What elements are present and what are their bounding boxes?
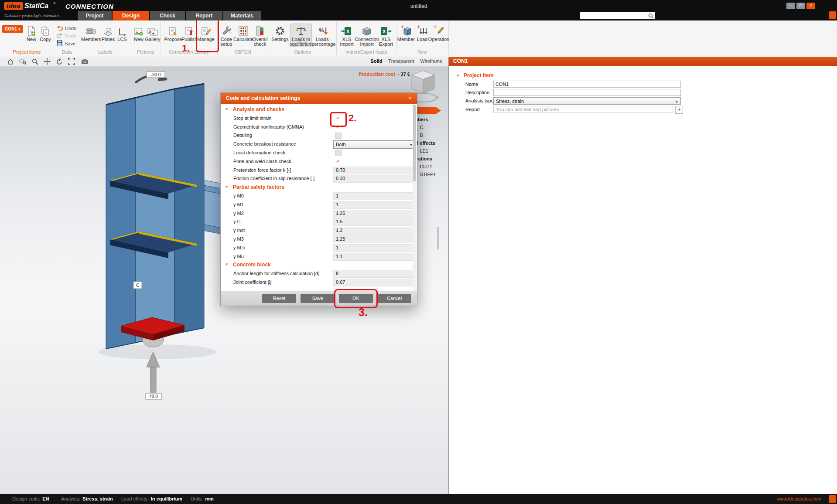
name-input[interactable] bbox=[493, 81, 681, 88]
tab-design[interactable]: Design bbox=[113, 11, 149, 20]
wrench-icon bbox=[222, 24, 231, 36]
connection-import-button[interactable]: Connection Import bbox=[357, 24, 377, 47]
button-label: Plates bbox=[102, 37, 115, 42]
save-button[interactable]: Save bbox=[56, 40, 75, 47]
scene-tree-scrollbar[interactable] bbox=[437, 227, 439, 249]
copy-project-item-button[interactable]: Copy bbox=[38, 24, 52, 42]
add-report-button[interactable]: + bbox=[675, 106, 683, 114]
section-analysis-and-checks[interactable]: ▼ Analysis and checks bbox=[221, 106, 417, 114]
analysis-type-select[interactable]: Stress, strain ▾ bbox=[493, 97, 681, 105]
ribbon-group-label-new: New bbox=[396, 49, 448, 55]
gamma-m0-field[interactable]: 1 bbox=[333, 192, 415, 200]
properties-header: CON1 bbox=[449, 57, 837, 66]
view-mode-solid[interactable]: Solid bbox=[370, 58, 382, 64]
ok-button[interactable]: OK bbox=[339, 294, 373, 303]
button-label: LCS bbox=[117, 37, 126, 42]
project-item-section-title[interactable]: Project item bbox=[464, 72, 494, 78]
new-load-icon: + bbox=[417, 24, 428, 36]
view-mode-transparent[interactable]: Transparent bbox=[388, 58, 414, 64]
camera-icon[interactable] bbox=[79, 58, 90, 65]
scrollbar-thumb[interactable] bbox=[413, 105, 416, 181]
publish-button[interactable]: Publish bbox=[181, 24, 197, 42]
search-icon[interactable] bbox=[648, 13, 654, 20]
plate-weld-clash-checkbox[interactable]: ✔ bbox=[335, 159, 341, 164]
statusbar: Design code:EN Analysis:Stress, strain L… bbox=[0, 494, 837, 504]
pictures-gallery-button[interactable]: Gallery bbox=[145, 24, 161, 42]
pan-icon[interactable] bbox=[42, 58, 52, 65]
dialog-scrollbar[interactable] bbox=[413, 104, 417, 291]
document-title: untitled bbox=[331, 3, 506, 9]
xls-import-button[interactable]: X XLS Import bbox=[338, 24, 356, 47]
detailing-checkbox[interactable] bbox=[335, 133, 342, 139]
save-settings-button[interactable]: Save bbox=[301, 294, 335, 303]
tab-materials[interactable]: Materials bbox=[223, 11, 261, 20]
overall-check-button[interactable]: Overall check bbox=[252, 24, 268, 47]
zoom-icon[interactable] bbox=[30, 58, 40, 65]
gamma-m1-field[interactable]: 1 bbox=[333, 201, 415, 209]
gamma-mfi-field[interactable]: 1 bbox=[333, 244, 415, 252]
xls-import-icon: X bbox=[341, 24, 352, 36]
xls-export-button[interactable]: X XLS Export bbox=[377, 24, 395, 47]
report-field[interactable]: You can add text and pictures bbox=[493, 106, 673, 113]
gamma-m3-field[interactable]: 1.25 bbox=[333, 235, 415, 243]
tab-report[interactable]: Report bbox=[186, 11, 222, 20]
gamma-mu-field[interactable]: 1.1 bbox=[333, 253, 415, 261]
labels-plates-button[interactable]: Plates bbox=[101, 24, 116, 42]
gmna-checkbox[interactable]: ✔ bbox=[335, 124, 341, 129]
home-view-icon[interactable] bbox=[5, 58, 16, 65]
propose-button[interactable]: Propose bbox=[165, 24, 181, 42]
gamma-m2-field[interactable]: 1.25 bbox=[333, 210, 415, 218]
new-operation-button[interactable]: + Operation bbox=[430, 24, 448, 42]
code-setup-button[interactable]: Code setup bbox=[218, 24, 235, 47]
close-button[interactable]: × bbox=[806, 3, 815, 9]
reset-button[interactable]: Reset bbox=[262, 294, 296, 303]
pictures-new-button[interactable]: New bbox=[132, 24, 145, 42]
cancel-button[interactable]: Cancel bbox=[377, 294, 411, 303]
rotate-icon[interactable] bbox=[54, 58, 65, 65]
dialog-titlebar[interactable]: Code and calculation settings bbox=[221, 93, 417, 104]
view-mode-wireframe[interactable]: Wireframe bbox=[420, 58, 442, 64]
stop-at-limit-strain-checkbox[interactable]: ✔ bbox=[335, 116, 341, 121]
redo-button[interactable]: Redo bbox=[56, 32, 76, 39]
loads-in-equilibrium-toggle[interactable]: Loads in equilibrium bbox=[290, 24, 311, 47]
help-button[interactable] bbox=[829, 11, 836, 19]
search-input[interactable] bbox=[582, 12, 648, 19]
description-input[interactable] bbox=[493, 89, 681, 96]
tree-item-label: STIFF1 bbox=[420, 172, 436, 177]
pretension-factor-field[interactable]: 0.70 bbox=[333, 167, 415, 174]
search-box bbox=[580, 12, 655, 19]
svg-text:%: % bbox=[319, 27, 324, 34]
website-link[interactable]: www.ideastatica.com bbox=[776, 496, 821, 501]
anchor-length-field[interactable]: 8 bbox=[333, 270, 415, 278]
concrete-breakout-select[interactable]: Both ▾ bbox=[333, 140, 415, 149]
fit-view-icon[interactable] bbox=[66, 58, 77, 65]
tab-project[interactable]: Project bbox=[78, 11, 112, 20]
local-deformation-checkbox[interactable] bbox=[335, 150, 342, 156]
labels-lcs-button[interactable]: LCS bbox=[116, 24, 129, 42]
gamma-inst-field[interactable]: 1.2 bbox=[333, 227, 415, 235]
new-load-button[interactable]: + Load bbox=[415, 24, 430, 42]
setting-row: Pretension force factor k [-] 0.70 bbox=[221, 166, 417, 175]
calculate-button[interactable]: Calculate bbox=[235, 24, 252, 42]
settings-button[interactable]: Settings bbox=[270, 24, 290, 42]
collapse-triangle-icon[interactable]: ▼ bbox=[456, 74, 460, 78]
maximize-button[interactable]: □ bbox=[796, 3, 805, 9]
labels-members-button[interactable]: Members bbox=[82, 24, 100, 42]
section-partial-safety-factors[interactable]: ▼ Partial safety factors bbox=[221, 183, 417, 192]
joint-coefficient-field[interactable]: 0.67 bbox=[333, 279, 415, 286]
new-project-item-button[interactable]: New bbox=[25, 24, 38, 42]
con1-dropdown-button[interactable]: CON1▾ bbox=[2, 25, 23, 33]
manage-button[interactable]: Manage bbox=[197, 24, 215, 42]
friction-coefficient-field[interactable]: 0.30 bbox=[333, 175, 415, 183]
button-label: XLS Import bbox=[338, 37, 356, 47]
dialog-close-button[interactable]: × bbox=[407, 95, 413, 102]
zoom-window-icon[interactable] bbox=[17, 58, 28, 65]
loads-percentage-button[interactable]: % Loads - percentage bbox=[312, 24, 335, 47]
minimize-button[interactable]: – bbox=[786, 3, 795, 9]
gamma-c-field[interactable]: 1.5 bbox=[333, 218, 415, 226]
tab-check[interactable]: Check bbox=[150, 11, 185, 20]
section-concrete-block[interactable]: ▼ Concrete block bbox=[221, 261, 417, 269]
new-member-button[interactable]: + Member bbox=[397, 24, 415, 42]
analysis-type-value: Stress, strain bbox=[496, 99, 524, 104]
undo-button[interactable]: Undo bbox=[56, 25, 76, 31]
